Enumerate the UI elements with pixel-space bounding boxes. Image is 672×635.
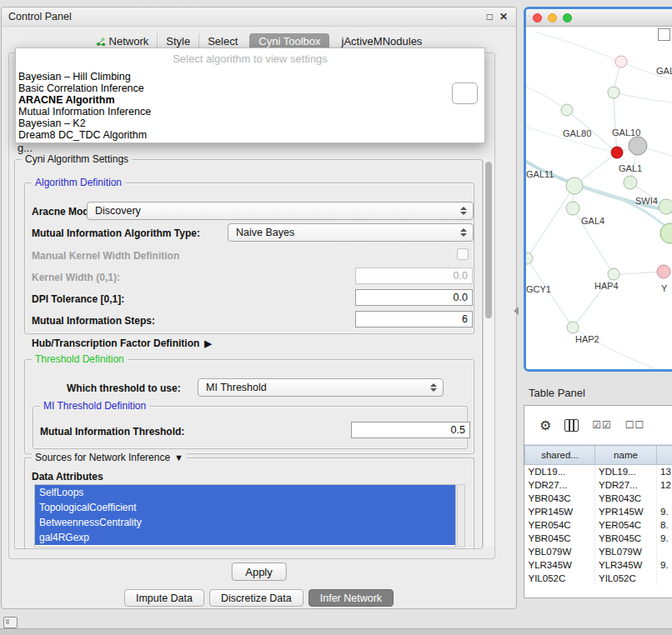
data-attributes-list[interactable]: SelfLoopsTopologicalCoefficientBetweenne… [34,484,456,548]
bottom-tab-bar: Impute Data Discretize Data Infer Networ… [2,589,516,607]
table-cell: YDR27... [595,478,657,492]
algorithm-option[interactable]: Bayesian – K2 [16,118,484,129]
hub-definition-toggle[interactable]: Hub/Transcription Factor Definition ▶ [32,338,212,349]
scrollbar-thumb[interactable] [485,162,492,318]
table-row[interactable]: YBL079WYBL079W [525,545,672,558]
network-view-window: GALGAL80GAL10GAL11GAL1SWI4GAL4GCY1HAP4HA… [524,7,672,372]
attribute-list-item[interactable]: gal4RGexp [35,530,455,545]
network-node[interactable] [561,104,573,116]
network-node[interactable] [615,56,627,68]
network-edge[interactable] [614,272,664,274]
select-all-checkboxes-icon[interactable]: ☑☑ [592,419,612,431]
group-legend: Cyni Algorithm Settings [22,153,132,165]
network-node[interactable] [611,147,623,158]
mi-algorithm-type-select[interactable]: Naive Bayes [228,223,474,242]
network-node[interactable] [659,199,672,214]
network-edge[interactable] [534,32,621,62]
network-edge[interactable] [614,92,617,152]
tab-infer-network[interactable]: Infer Network [308,589,394,607]
network-node[interactable] [660,223,672,243]
algorithm-option[interactable]: Basic Correlation Inference [16,82,484,94]
network-edge[interactable] [574,186,672,239]
network-edge[interactable] [614,92,672,103]
mi-threshold-input[interactable]: 0.5 [351,422,470,438]
network-node[interactable] [566,178,583,194]
table-row[interactable]: YDR27...YDR27...12 [525,478,672,492]
table-row[interactable]: YPR145WYPR145W9. [525,505,672,518]
column-header-partial[interactable] [657,446,672,465]
tab-label: Select [208,35,238,48]
close-traffic-light-icon[interactable] [533,13,542,22]
table-row[interactable]: YLR345WYLR345W9. [525,558,672,572]
table-row[interactable]: YBR045CYBR045C9. [525,532,672,545]
close-icon[interactable]: ✕ [499,12,508,22]
node-table: shared... name YDL19...YDL19...13YDR27..… [524,445,672,585]
network-node[interactable] [629,137,647,155]
overview-toggle[interactable] [658,28,670,41]
apply-button[interactable]: Apply [231,562,287,581]
dpi-tolerance-input[interactable]: 0.0 [355,289,473,306]
network-node[interactable] [657,265,670,278]
table-row[interactable]: YIL052CYIL052C [525,572,672,585]
network-edge[interactable] [527,186,574,258]
network-node[interactable] [608,87,619,98]
clear-all-checkboxes-icon[interactable]: ☐☐ [625,419,645,431]
status-strip [0,628,672,635]
manual-kernel-width-checkbox[interactable] [457,248,469,260]
sources-legend[interactable]: Sources for Network Inference ▼ [32,452,187,463]
algorithm-option[interactable]: Bayesian – Hill Climbing [16,71,484,82]
table-row[interactable]: YBR043CYBR043C [525,492,672,505]
node-label: SWI4 [635,196,658,206]
network-node[interactable] [567,322,579,333]
table-cell: YBL079W [525,545,595,558]
attribute-list-item[interactable]: SelfLoops [35,485,455,500]
network-node[interactable] [624,176,637,189]
column-header-name[interactable]: name [595,446,657,465]
tab-discretize-data[interactable]: Discretize Data [209,589,303,607]
table-panel-title: Table Panel [529,387,585,399]
network-node[interactable] [608,268,619,280]
table-cell: YBR043C [525,492,595,505]
algorithm-option[interactable]: ARACNE Algorithm [16,94,484,106]
aracne-mode-select[interactable]: Discovery [87,202,474,220]
node-label: GAL80 [563,128,591,138]
network-node[interactable] [566,202,579,215]
kernel-width-input: 0.0 [355,268,473,284]
mi-steps-input[interactable]: 6 [355,311,473,328]
combo-arrows-icon [457,207,470,215]
table-header-row: shared... name [525,446,672,465]
algorithm-option[interactable]: Dream8 DC_TDC Algorithm [16,129,484,141]
column-header-shared-name[interactable]: shared... [525,446,595,465]
table-cell: YIL052C [595,572,657,585]
algorithm-combo-fragment[interactable] [452,82,478,104]
panel-toggle-icon[interactable] [3,617,18,628]
table-row[interactable]: YDL19...YDL19...13 [525,465,672,479]
table-cell: 8. [657,518,672,532]
attribute-list-scrollbar[interactable] [457,484,465,548]
gear-icon[interactable]: ⚙ [539,418,551,433]
chevron-right-icon: ▶ [204,338,211,349]
which-threshold-select[interactable]: MI Threshold [198,378,444,397]
minimize-traffic-light-icon[interactable] [548,13,557,22]
attribute-list-item[interactable]: BetweennessCentrality [35,515,455,530]
algorithm-option[interactable]: Mutual Information Inference [16,106,484,118]
network-canvas[interactable]: GALGAL80GAL10GAL11GAL1SWI4GAL4GCY1HAP4HA… [526,27,672,370]
table-cell: YIL052C [525,572,595,585]
table-row[interactable]: YER054CYER054C8. [525,518,672,532]
tab-impute-data[interactable]: Impute Data [124,589,204,607]
table-cell: YPR145W [525,505,595,518]
algorithm-option-list: Bayesian – Hill ClimbingBasic Correlatio… [16,71,484,141]
table-cell: YDL19... [595,465,657,479]
attribute-list-item[interactable]: TopologicalCoefficient [35,500,455,515]
splitter-collapse-icon[interactable] [514,307,519,315]
network-node[interactable] [526,252,533,264]
tab-label: Style [166,35,190,48]
zoom-traffic-light-icon[interactable] [563,13,572,22]
settings-scrollbar[interactable] [483,160,494,547]
group-legend: MI Threshold Definition [40,400,149,412]
network-edge[interactable] [526,87,567,110]
table-cell: YLR345W [595,558,657,572]
dropdown-placeholder: Select algorithm to view settings [16,48,484,71]
columns-icon[interactable] [564,419,579,432]
float-window-icon[interactable]: □ [487,12,493,22]
